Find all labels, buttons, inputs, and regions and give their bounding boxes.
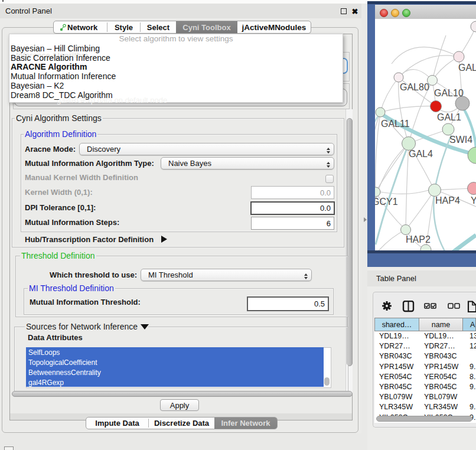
svg-text:GAL80: GAL80 — [400, 82, 429, 92]
svg-text:GAL11: GAL11 — [381, 119, 410, 129]
svg-text:Y: Y — [471, 195, 476, 206]
svg-text:SWI4: SWI4 — [449, 135, 472, 145]
svg-text:GAL: GAL — [458, 63, 476, 73]
svg-text:GAL4: GAL4 — [409, 149, 433, 159]
svg-text:HAP4: HAP4 — [435, 195, 460, 206]
svg-text:GAL1: GAL1 — [437, 112, 461, 122]
svg-text:HAP2: HAP2 — [406, 234, 431, 244]
svg-text:GCY1: GCY1 — [375, 197, 398, 207]
svg-text:GAL10: GAL10 — [434, 88, 464, 98]
